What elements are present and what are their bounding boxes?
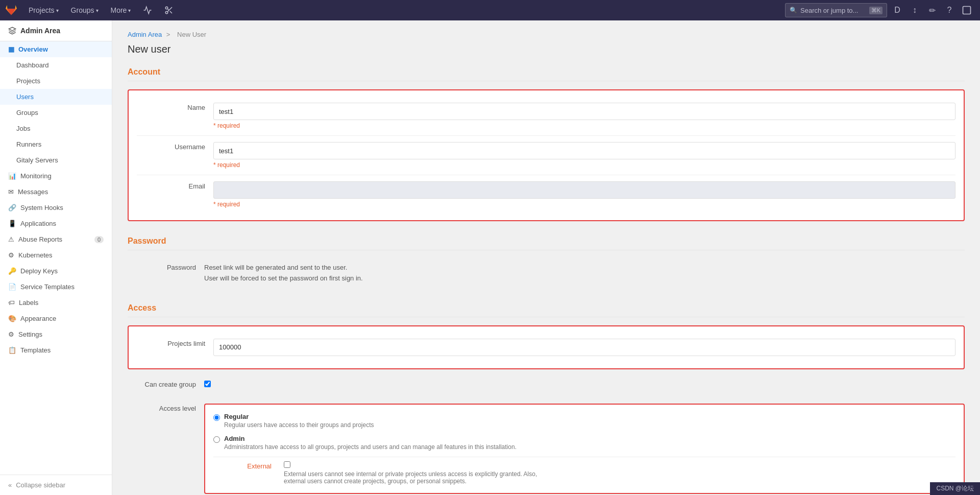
password-label: Password xyxy=(128,258,204,288)
nav-merge-requests-icon[interactable]: D xyxy=(889,2,905,18)
top-navigation: Projects ▾ Groups ▾ More ▾ 🔍 Search or j… xyxy=(0,0,980,20)
svg-point-0 xyxy=(166,7,168,9)
name-row: Name * required xyxy=(137,99,955,133)
sidebar: Admin Area ▦ Overview Dashboard Projects… xyxy=(0,20,112,495)
sidebar-item-jobs[interactable]: Jobs xyxy=(0,121,112,136)
nav-icon-group: D ↕ ✏ ? xyxy=(889,2,975,18)
nav-projects[interactable]: Projects ▾ xyxy=(23,4,64,16)
abuse-badge: 0 xyxy=(94,236,104,243)
sidebar-section-other: 📊 Monitoring ✉ Messages 🔗 System Hooks 📱… xyxy=(0,168,112,358)
access-level-admin-label: Admin xyxy=(224,435,517,442)
nav-more[interactable]: More ▾ xyxy=(106,4,136,16)
nav-todos-icon[interactable]: ✏ xyxy=(924,2,940,18)
sidebar-item-messages[interactable]: ✉ Messages xyxy=(0,184,112,200)
name-hint: * required xyxy=(213,122,955,129)
can-create-group-field xyxy=(204,375,965,393)
sidebar-item-labels[interactable]: 🏷 Labels xyxy=(0,295,112,311)
password-section: Password Password Reset link will be gen… xyxy=(128,237,965,288)
access-level-regular-info: Regular Regular users have access to the… xyxy=(224,413,374,429)
breadcrumb-separator: > xyxy=(166,31,170,38)
collapse-sidebar-button[interactable]: « Collapse sidebar xyxy=(0,475,112,495)
username-label: Username xyxy=(137,138,213,173)
deploy-keys-icon: 🔑 xyxy=(8,267,16,275)
name-label: Name xyxy=(137,99,213,133)
abuse-icon: ⚠ xyxy=(8,235,14,243)
sidebar-item-groups[interactable]: Groups xyxy=(0,105,112,121)
access-level-admin-desc: Administrators have access to all groups… xyxy=(224,443,517,451)
access-level-admin-radio[interactable] xyxy=(213,436,220,443)
external-row: External External users cannot see inter… xyxy=(213,461,955,485)
projects-limit-row: Projects limit xyxy=(137,335,955,360)
gitlab-logo[interactable] xyxy=(5,4,17,16)
can-create-group-row: Can create group xyxy=(128,375,965,393)
sidebar-section-overview: ▦ Overview Dashboard Projects Users Grou… xyxy=(0,41,112,168)
sidebar-item-projects[interactable]: Projects xyxy=(0,73,112,89)
external-label: External xyxy=(213,461,280,475)
sidebar-item-gitaly-servers[interactable]: Gitaly Servers xyxy=(0,152,112,168)
sidebar-item-settings[interactable]: ⚙ Settings xyxy=(0,326,112,342)
access-level-field: Regular Regular users have access to the… xyxy=(204,399,965,495)
account-section-title: Account xyxy=(128,67,965,81)
projects-limit-field xyxy=(213,335,955,360)
projects-limit-input[interactable] xyxy=(213,339,955,356)
access-level-label: Access level xyxy=(128,399,204,495)
monitoring-icon: 📊 xyxy=(8,172,16,180)
sidebar-item-users[interactable]: Users xyxy=(0,89,112,105)
sidebar-item-deploy-keys[interactable]: 🔑 Deploy Keys xyxy=(0,263,112,279)
username-input[interactable] xyxy=(213,142,955,159)
sidebar-item-overview[interactable]: ▦ Overview xyxy=(0,41,112,57)
name-input[interactable] xyxy=(213,103,955,120)
svg-line-4 xyxy=(167,9,169,10)
breadcrumb-parent-link[interactable]: Admin Area xyxy=(128,31,162,38)
nav-help-icon[interactable]: ? xyxy=(941,2,958,18)
external-desc: External users cannot see internal or pr… xyxy=(284,470,539,485)
sidebar-header: Admin Area xyxy=(0,20,112,41)
access-level-admin-option: Admin Administrators have access to all … xyxy=(213,435,955,451)
access-level-box: Regular Regular users have access to the… xyxy=(204,404,965,494)
email-hint: * required xyxy=(213,201,955,208)
sidebar-item-dashboard[interactable]: Dashboard xyxy=(0,57,112,73)
can-create-group-checkbox[interactable] xyxy=(204,381,211,387)
main-content: Admin Area > New User New user Account N… xyxy=(112,20,980,495)
nav-profile-icon[interactable] xyxy=(959,2,975,18)
password-info: Reset link will be generated and sent to… xyxy=(204,258,965,288)
sidebar-item-service-templates[interactable]: 📄 Service Templates xyxy=(0,279,112,295)
sidebar-item-system-hooks[interactable]: 🔗 System Hooks xyxy=(0,200,112,216)
overview-icon: ▦ xyxy=(8,45,14,53)
sidebar-item-runners[interactable]: Runners xyxy=(0,136,112,152)
sidebar-item-monitoring[interactable]: 📊 Monitoring xyxy=(0,168,112,184)
sidebar-item-applications[interactable]: 📱 Applications xyxy=(0,216,112,231)
email-field: * required xyxy=(213,177,955,212)
sidebar-item-templates[interactable]: 📋 Templates xyxy=(0,342,112,358)
projects-limit-label: Projects limit xyxy=(137,335,213,360)
email-label: Email xyxy=(137,177,213,212)
projects-limit-box: Projects limit xyxy=(128,325,965,369)
nav-snip-icon[interactable] xyxy=(159,4,179,17)
name-field: * required xyxy=(213,99,955,133)
global-search[interactable]: 🔍 Search or jump to... ⌘K xyxy=(785,3,887,17)
access-level-regular-desc: Regular users have access to their group… xyxy=(224,421,374,429)
password-row: Password Reset link will be generated an… xyxy=(128,258,965,288)
nav-activity-icon[interactable] xyxy=(138,4,157,17)
hooks-icon: 🔗 xyxy=(8,204,16,211)
sidebar-item-kubernetes[interactable]: ⚙ Kubernetes xyxy=(0,247,112,263)
messages-icon: ✉ xyxy=(8,188,14,196)
access-level-regular-radio[interactable] xyxy=(213,414,220,421)
chevron-down-icon: ▾ xyxy=(128,8,131,13)
page-layout: Admin Area ▦ Overview Dashboard Projects… xyxy=(0,20,980,495)
access-section-title: Access xyxy=(128,303,965,317)
nav-groups[interactable]: Groups ▾ xyxy=(66,4,104,16)
sidebar-item-appearance[interactable]: 🎨 Appearance xyxy=(0,311,112,326)
nav-issues-icon[interactable]: ↕ xyxy=(906,2,923,18)
chevron-down-icon: ▾ xyxy=(96,8,99,13)
chevron-down-icon: ▾ xyxy=(56,8,59,13)
templates-icon: 📋 xyxy=(8,346,16,354)
sidebar-item-abuse-reports[interactable]: ⚠ Abuse Reports 0 xyxy=(0,231,112,247)
account-section: Account Name * required Username xyxy=(128,67,965,221)
labels-icon: 🏷 xyxy=(8,299,15,307)
kubernetes-icon: ⚙ xyxy=(8,251,14,259)
applications-icon: 📱 xyxy=(8,220,16,227)
external-checkbox[interactable] xyxy=(284,461,290,468)
username-field: * required xyxy=(213,138,955,173)
email-input[interactable] xyxy=(213,181,955,199)
